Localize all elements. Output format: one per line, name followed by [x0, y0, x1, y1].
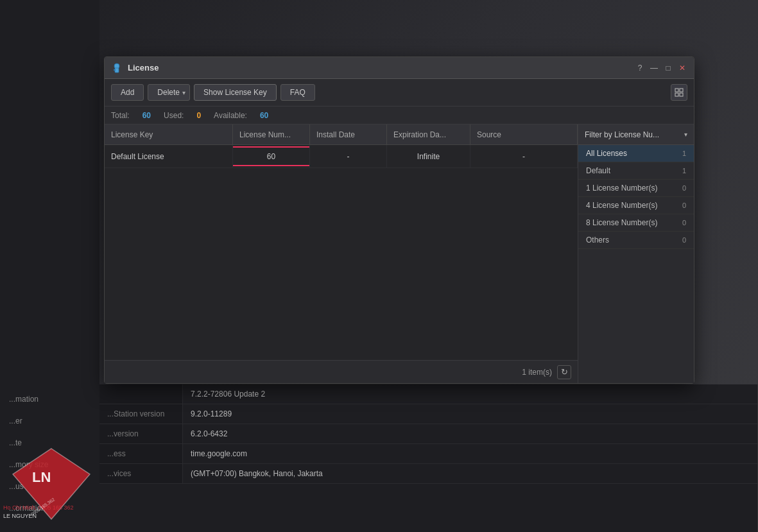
table-row[interactable]: Default License 60 - Infinite -	[105, 145, 578, 168]
bottom-label-4: ...ess	[99, 444, 183, 463]
minimize-button[interactable]: —	[649, 63, 659, 73]
table-header: License Key License Num... Install Date …	[105, 124, 578, 145]
filter-item-1-license[interactable]: 1 License Number(s) 0	[578, 180, 694, 197]
left-sidebar: ...mation ...er ...te ...mory size ...us…	[0, 0, 99, 532]
bottom-value-5: (GMT+07:00) Bangkok, Hanoi, Jakarta	[183, 464, 757, 483]
add-button[interactable]: Add	[111, 84, 144, 101]
cell-expiration-date: Infinite	[387, 145, 470, 167]
dialog-title: License	[128, 63, 635, 73]
delete-button[interactable]: Delete ▾	[148, 84, 190, 101]
col-header-license-key: License Key	[105, 124, 233, 144]
col-header-license-num: License Num...	[233, 124, 310, 144]
bottom-label-2: ...Station version	[99, 404, 183, 424]
table-body: Default License 60 - Infinite -	[105, 145, 578, 360]
filter-panel: Filter by License Nu... ▾ All Licenses 1…	[578, 124, 694, 383]
cell-license-num: 60	[233, 145, 310, 167]
col-header-expiration: Expiration Da...	[387, 124, 470, 144]
svg-rect-3	[675, 89, 678, 92]
cell-source: -	[470, 145, 578, 167]
table-section: License Key License Num... Install Date …	[105, 124, 578, 383]
title-controls: ? — □ ✕	[635, 63, 687, 73]
stats-bar: Total: 60 Used: 0 Available: 60	[105, 107, 694, 124]
toolbar: Add Delete ▾ Show License Key FAQ	[105, 79, 694, 107]
content-area: License Key License Num... Install Date …	[105, 124, 694, 383]
delete-dropdown-arrow: ▾	[182, 89, 185, 96]
refresh-button[interactable]: ↻	[557, 365, 571, 379]
filter-item-4-license[interactable]: 4 License Number(s) 0	[578, 197, 694, 214]
table-footer: 1 item(s) ↻	[105, 360, 578, 383]
bottom-info-row-1: 7.2.2-72806 Update 2	[99, 384, 757, 404]
bottom-label-5: ...vices	[99, 464, 183, 483]
items-count: 1 item(s)	[522, 368, 552, 377]
used-label: Used:	[164, 111, 184, 120]
bottom-info-row-5: ...vices (GMT+07:00) Bangkok, Hanoi, Jak…	[99, 464, 757, 484]
filter-item-8-license[interactable]: 8 License Number(s) 0	[578, 214, 694, 232]
col-header-source: Source	[470, 124, 578, 144]
svg-rect-5	[675, 93, 678, 96]
available-label: Available:	[214, 111, 247, 120]
bottom-info-row-2: ...Station version 9.2.0-11289	[99, 404, 757, 424]
filter-title: Filter by License Nu...	[585, 130, 659, 139]
total-label: Total:	[111, 111, 130, 120]
close-button[interactable]: ✕	[677, 63, 687, 73]
bottom-value-2: 9.2.0-11289	[183, 404, 757, 424]
sidebar-item-er[interactable]: ...er	[0, 410, 99, 432]
bottom-value-4: time.google.com	[183, 444, 757, 463]
cell-install-date: -	[310, 145, 387, 167]
filter-item-default[interactable]: Default 1	[578, 162, 694, 180]
sidebar-item-te[interactable]: ...te	[0, 432, 99, 454]
sidebar-item-us[interactable]: ...us	[0, 476, 99, 497]
svg-rect-2	[114, 69, 116, 71]
col-header-install-date: Install Date	[310, 124, 387, 144]
layout-toggle-button[interactable]	[671, 84, 687, 101]
filter-header: Filter by License Nu... ▾	[578, 124, 694, 145]
filter-item-all-licenses[interactable]: All Licenses 1	[578, 145, 694, 162]
license-dialog: License ? — □ ✕ Add Delete ▾ Show Licens…	[104, 56, 694, 384]
svg-rect-6	[680, 93, 683, 96]
sidebar-item-memory-size[interactable]: ...mory size	[0, 454, 99, 476]
bottom-info-row-3: ...version 6.2.0-6432	[99, 424, 757, 444]
bottom-info-panel: 7.2.2-72806 Update 2 ...Station version …	[99, 384, 758, 532]
bottom-info-row-4: ...ess time.google.com	[99, 444, 757, 464]
available-value: 60	[260, 111, 268, 120]
cell-license-key: Default License	[105, 145, 233, 167]
bottom-label-3: ...version	[99, 424, 183, 443]
used-value: 0	[196, 111, 201, 120]
sidebar-item-information[interactable]: ...mation	[0, 388, 99, 410]
show-license-key-button[interactable]: Show License Key	[194, 84, 277, 101]
bottom-label-1	[99, 384, 183, 404]
maximize-button[interactable]: □	[663, 63, 673, 73]
total-value: 60	[142, 111, 151, 120]
title-bar: License ? — □ ✕	[105, 57, 694, 79]
bottom-info-table: 7.2.2-72806 Update 2 ...Station version …	[99, 384, 758, 532]
help-button[interactable]: ?	[635, 63, 645, 73]
bottom-value-3: 6.2.0-6432	[183, 424, 757, 443]
bottom-value-1: 7.2.2-72806 Update 2	[183, 384, 757, 404]
sidebar-item-ormation[interactable]: ...ormation	[0, 497, 99, 519]
faq-button[interactable]: FAQ	[280, 84, 315, 101]
filter-dropdown-icon[interactable]: ▾	[684, 131, 687, 138]
filter-item-others[interactable]: Others 0	[578, 232, 694, 249]
svg-rect-4	[680, 89, 683, 92]
dialog-icon	[111, 62, 123, 74]
